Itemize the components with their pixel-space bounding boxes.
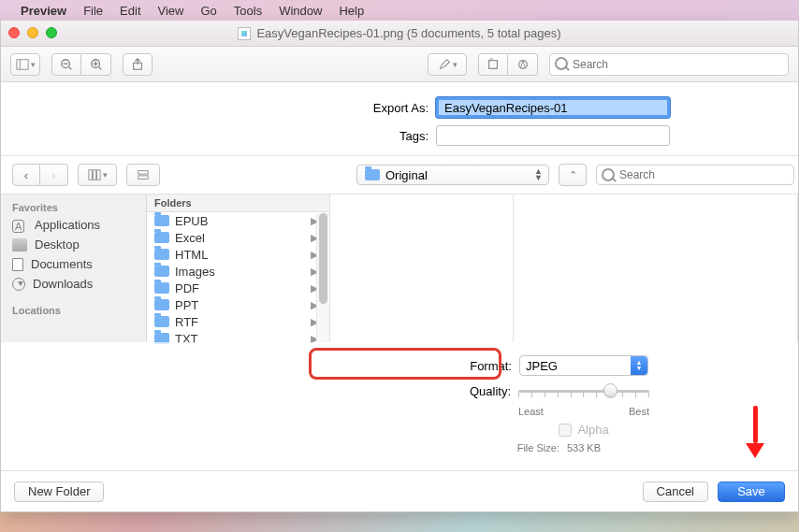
path-bar: ‹ › ▾ Original ▲▼ ⌃ xyxy=(1,155,798,194)
folder-row[interactable]: EPUB▶ xyxy=(147,212,329,229)
sidebar-item-label: Documents xyxy=(31,257,93,271)
folder-icon xyxy=(154,215,169,226)
collapse-button[interactable]: ⌃ xyxy=(559,164,587,186)
share-button[interactable] xyxy=(123,53,153,76)
folder-row[interactable]: PDF▶ xyxy=(147,280,329,296)
alpha-label: Alpha xyxy=(577,423,608,437)
highlight-button[interactable]: ▾ xyxy=(428,53,467,76)
toolbar-search-input[interactable] xyxy=(549,53,789,76)
applications-icon xyxy=(12,219,27,232)
folder-row[interactable]: HTML▶ xyxy=(147,246,329,263)
menu-bar: Preview File Edit View Go Tools Window H… xyxy=(0,0,799,21)
document-proxy-icon[interactable] xyxy=(238,27,251,40)
view-mode-button[interactable]: ▾ xyxy=(78,164,117,186)
sidebar-item-applications[interactable]: Applications xyxy=(1,215,146,235)
zoom-in-button[interactable] xyxy=(81,53,111,76)
folder-name: EPUB xyxy=(175,214,208,228)
location-name: Original xyxy=(385,168,428,182)
go-menu[interactable]: Go xyxy=(200,4,216,18)
window-menu[interactable]: Window xyxy=(279,4,322,18)
tags-label: Tags: xyxy=(129,129,429,143)
folder-name: HTML xyxy=(175,248,208,262)
quality-best-label: Best xyxy=(629,406,649,417)
toolbar: ▾ ▾ xyxy=(1,47,798,82)
column-2 xyxy=(330,194,514,342)
filesize-value: 533 KB xyxy=(567,442,601,453)
locations-header: Locations xyxy=(1,303,146,318)
annotation-highlight xyxy=(309,348,501,380)
minimize-button[interactable] xyxy=(27,27,38,38)
file-menu[interactable]: File xyxy=(83,4,103,18)
folder-name: PPT xyxy=(175,298,198,312)
column-1: Folders EPUB▶Excel▶HTML▶Images▶PDF▶PPT▶R… xyxy=(147,194,330,342)
folder-icon xyxy=(154,299,169,310)
sidebar-item-label: Downloads xyxy=(33,277,93,291)
zoom-out-button[interactable] xyxy=(51,53,81,76)
sidebar-item-downloads[interactable]: Downloads xyxy=(1,274,146,294)
window-title: EasyVeganRecipes-01.png (5 documents, 5 … xyxy=(256,26,560,40)
folder-row[interactable]: Excel▶ xyxy=(147,229,329,246)
location-popup[interactable]: Original ▲▼ xyxy=(356,165,549,185)
format-select[interactable]: JPEG ▲▼ xyxy=(519,355,648,376)
folder-name: RTF xyxy=(175,315,198,329)
folder-name: Images xyxy=(175,265,215,279)
markup-button[interactable] xyxy=(508,53,538,76)
documents-icon xyxy=(12,258,23,271)
folder-row[interactable]: RTF▶ xyxy=(147,313,329,330)
column-header[interactable]: Folders xyxy=(147,194,329,212)
folder-name: Excel xyxy=(175,231,205,245)
scrollbar[interactable] xyxy=(316,213,329,342)
sidebar: Favorites Applications Desktop Documents… xyxy=(1,194,147,342)
view-menu[interactable]: View xyxy=(158,4,184,18)
quality-least-label: Least xyxy=(518,406,544,417)
sheet-buttons: New Folder Cancel Save xyxy=(1,470,798,511)
annotation-arrow xyxy=(746,406,764,462)
folder-row[interactable]: Images▶ xyxy=(147,263,329,280)
exportas-input[interactable] xyxy=(436,97,670,118)
help-menu[interactable]: Help xyxy=(339,4,364,18)
export-options: Format: JPEG ▲▼ Quality: Least Best xyxy=(1,342,798,470)
preview-window: EasyVeganRecipes-01.png (5 documents, 5 … xyxy=(0,21,799,512)
folder-icon xyxy=(154,232,169,243)
svg-rect-13 xyxy=(93,170,96,180)
scroll-thumb[interactable] xyxy=(319,213,327,304)
quality-slider[interactable] xyxy=(518,381,649,400)
filesize-label: File Size: xyxy=(479,442,559,453)
filebrowser-search-input[interactable] xyxy=(596,165,794,185)
close-button[interactable] xyxy=(8,27,20,38)
svg-rect-16 xyxy=(138,176,149,180)
group-button[interactable] xyxy=(126,164,160,186)
svg-rect-0 xyxy=(16,59,27,69)
tags-input[interactable] xyxy=(436,125,670,146)
column-3 xyxy=(514,194,798,342)
sidebar-item-documents[interactable]: Documents xyxy=(1,254,146,274)
svg-rect-14 xyxy=(96,170,100,180)
exportas-label: Export As: xyxy=(129,101,429,115)
sidebar-view-button[interactable]: ▾ xyxy=(10,53,40,76)
folder-row[interactable]: PPT▶ xyxy=(147,296,329,313)
sidebar-item-label: Applications xyxy=(35,218,100,232)
file-browser: Favorites Applications Desktop Documents… xyxy=(1,194,798,342)
new-folder-button[interactable]: New Folder xyxy=(14,482,104,502)
svg-line-4 xyxy=(69,66,72,69)
desktop-icon xyxy=(12,238,27,252)
folder-icon xyxy=(154,282,169,294)
cancel-button[interactable]: Cancel xyxy=(643,482,708,502)
tools-menu[interactable]: Tools xyxy=(234,4,262,18)
back-button[interactable]: ‹ xyxy=(12,164,40,186)
rotate-button[interactable] xyxy=(478,53,508,76)
chevron-up-icon: ⌃ xyxy=(569,169,577,181)
folder-icon xyxy=(154,316,169,327)
edit-menu[interactable]: Edit xyxy=(120,4,140,18)
quality-label: Quality: xyxy=(150,384,511,398)
fullscreen-button[interactable] xyxy=(46,27,57,38)
search-icon xyxy=(555,57,568,70)
chevron-updown-icon: ▲▼ xyxy=(534,168,543,181)
svg-line-8 xyxy=(98,66,101,69)
save-button[interactable]: Save xyxy=(718,482,785,502)
app-menu[interactable]: Preview xyxy=(21,4,66,18)
svg-rect-12 xyxy=(88,170,92,180)
forward-button[interactable]: › xyxy=(40,164,68,186)
folder-icon xyxy=(365,169,380,180)
sidebar-item-desktop[interactable]: Desktop xyxy=(1,235,146,254)
